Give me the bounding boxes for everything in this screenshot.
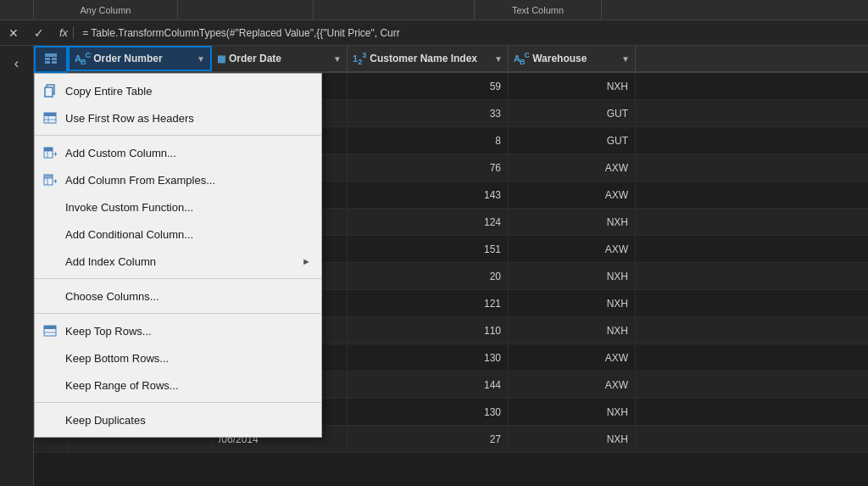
formula-bar: ✕ ✓ fx = Table.TransformColumnTypes(#"Re…	[0, 20, 868, 46]
td-cust-index: 121	[348, 290, 509, 316]
formula-confirm-button[interactable]: ✓	[29, 23, 49, 43]
menu-item-label: Keep Range of Rows...	[65, 379, 311, 392]
menu-item-keep-bottom-rows[interactable]: Keep Bottom Rows...	[35, 344, 321, 371]
header-menu-icon	[42, 109, 58, 126]
menu-item-choose-columns[interactable]: Choose Columns...	[35, 282, 321, 310]
menu-item-add-column-examples[interactable]: + Add Column From Examples...	[35, 166, 321, 193]
td-warehouse: NXH	[509, 263, 636, 289]
td-cust-index: 151	[348, 236, 509, 262]
order-number-dropdown-icon[interactable]: ▼	[197, 54, 205, 64]
add-col-examples-icon: +	[43, 173, 57, 187]
menu-item-label: Invoke Custom Function...	[65, 201, 311, 214]
td-warehouse: GUT	[509, 127, 636, 154]
td-warehouse: NXH	[509, 290, 636, 316]
menu-item-label: Keep Duplicates	[65, 414, 311, 427]
svg-rect-0	[45, 53, 57, 57]
keep-icon	[43, 324, 57, 338]
svg-rect-17	[44, 175, 53, 178]
td-warehouse: GUT	[509, 100, 636, 126]
warehouse-type-icon: ABC	[514, 51, 529, 66]
table-area: ABC Order Number ▼ ▦ Order Date ▼ 123 Cu…	[34, 46, 868, 486]
td-warehouse: AXW	[509, 154, 636, 181]
td-cust-index: 20	[348, 263, 509, 289]
td-cust-index: 33	[348, 100, 509, 126]
menu-item-add-index-column[interactable]: Add Index Column ►	[35, 248, 321, 275]
td-cust-index: 59	[348, 73, 509, 99]
menu-item-label: Add Column From Examples...	[65, 174, 311, 187]
menu-separator	[35, 278, 321, 279]
svg-rect-2	[52, 58, 57, 60]
cust-index-dropdown-icon[interactable]: ▼	[494, 54, 503, 64]
menu-item-label: Keep Bottom Rows...	[65, 352, 311, 365]
th-order-date[interactable]: ▦ Order Date ▼	[212, 46, 348, 71]
th-customer-name-index[interactable]: 123 Customer Name Index ▼	[348, 46, 509, 71]
keep-menu-icon	[42, 322, 58, 339]
td-warehouse: NXH	[509, 73, 636, 99]
copy-menu-icon	[42, 82, 58, 99]
none-menu-icon	[42, 411, 58, 428]
menu-item-label: Use First Row as Headers	[65, 112, 311, 125]
formula-cancel-button[interactable]: ✕	[3, 23, 24, 43]
td-warehouse: AXW	[509, 182, 636, 208]
td-warehouse: AXW	[509, 371, 636, 398]
none-menu-icon	[42, 253, 58, 270]
menu-item-keep-duplicates[interactable]: Keep Duplicates	[35, 406, 321, 433]
td-cust-index: 76	[348, 154, 509, 181]
td-warehouse: AXW	[509, 344, 636, 371]
sidebar-collapse-button[interactable]: ‹	[11, 53, 22, 75]
cust-index-type-icon: 123	[353, 51, 366, 66]
menu-item-copy-entire-table[interactable]: Copy Entire Table	[35, 77, 321, 104]
main-content: ‹ ABC Order Number	[0, 46, 868, 486]
svg-rect-12	[44, 148, 53, 151]
menu-item-use-first-row-headers[interactable]: Use First Row as Headers	[35, 104, 321, 131]
order-number-type-icon: ABC	[75, 51, 90, 66]
col-type-btn-cell	[0, 0, 34, 20]
td-warehouse: NXH	[509, 399, 636, 425]
menu-separator	[35, 313, 321, 314]
col-examples-menu-icon: +	[42, 171, 58, 188]
menu-item-invoke-custom-function[interactable]: Invoke Custom Function...	[35, 193, 321, 221]
th-warehouse[interactable]: ABC Warehouse ▼	[509, 46, 636, 71]
submenu-arrow-icon: ►	[302, 256, 311, 266]
copy-icon	[43, 84, 57, 98]
td-cust-index: 124	[348, 209, 509, 235]
svg-rect-3	[45, 61, 50, 64]
order-date-dropdown-icon[interactable]: ▼	[333, 54, 342, 64]
th-order-number-label: Order Number	[93, 53, 162, 64]
menu-item-label: Add Index Column	[65, 255, 295, 268]
menu-item-keep-range-rows[interactable]: Keep Range of Rows...	[35, 371, 321, 399]
none-menu-icon	[42, 226, 58, 243]
table-menu-button[interactable]	[34, 46, 68, 73]
col-type-text-column: Text Column	[475, 0, 602, 20]
app-container: Any Column Text Column ✕ ✓ fx = Table.Tr…	[0, 0, 868, 486]
menu-separator	[35, 135, 321, 136]
col-custom-menu-icon: +	[42, 144, 58, 161]
context-menu: Copy Entire Table Use First Row as Heade…	[34, 73, 322, 438]
table-grid-icon	[44, 53, 58, 66]
menu-item-add-custom-column[interactable]: + Add Custom Column...	[35, 139, 321, 166]
svg-rect-22	[44, 326, 56, 329]
svg-text:+: +	[53, 177, 57, 186]
th-order-number[interactable]: ABC Order Number ▼	[68, 46, 212, 71]
menu-item-label: Keep Top Rows...	[65, 325, 311, 338]
menu-item-label: Copy Entire Table	[65, 85, 311, 98]
col-type-any-column: Any Column	[34, 0, 178, 20]
td-cust-index: 110	[348, 317, 509, 344]
menu-item-add-conditional-column[interactable]: Add Conditional Column...	[35, 221, 321, 248]
th-order-date-label: Order Date	[229, 53, 281, 64]
formula-input[interactable]: = Table.TransformColumnTypes(#"Replaced …	[82, 27, 865, 39]
td-cust-index: 130	[348, 344, 509, 371]
none-menu-icon	[42, 288, 58, 304]
menu-item-label: Add Custom Column...	[65, 147, 311, 159]
menu-item-keep-top-rows[interactable]: Keep Top Rows...	[35, 317, 321, 344]
td-warehouse: NXH	[509, 209, 636, 235]
add-custom-col-icon: +	[43, 146, 57, 159]
column-type-header-row: Any Column Text Column	[0, 0, 868, 20]
warehouse-dropdown-icon[interactable]: ▼	[621, 54, 630, 64]
fx-label: fx	[54, 26, 74, 39]
td-warehouse: AXW	[509, 236, 636, 262]
th-warehouse-label: Warehouse	[532, 53, 587, 64]
header-icon	[43, 111, 57, 125]
td-cust-index: 27	[348, 426, 509, 452]
td-cust-index: 143	[348, 182, 509, 208]
